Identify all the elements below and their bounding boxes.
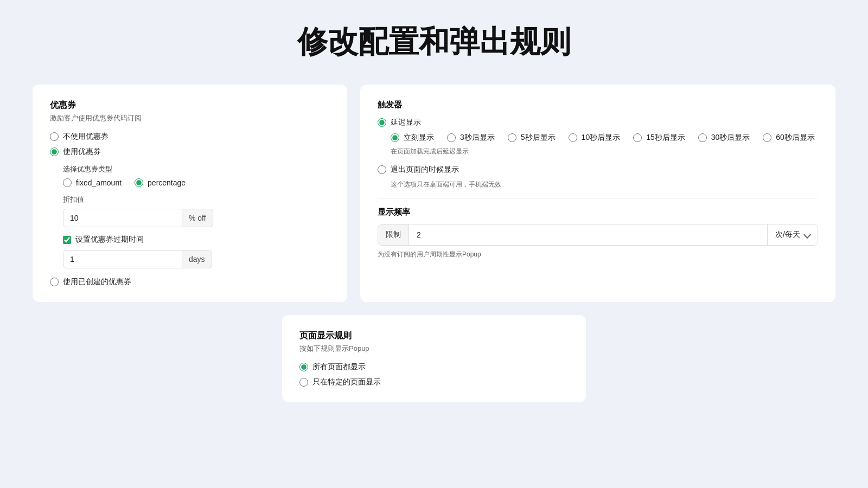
- delay-3s-label: 3秒后显示: [460, 133, 495, 143]
- discount-label: 折扣值: [63, 195, 330, 204]
- delay-15s-label: 15秒后显示: [646, 133, 685, 143]
- divider: [378, 198, 818, 198]
- delay-5s-label: 5秒后显示: [521, 133, 556, 143]
- delay-15s[interactable]: 15秒后显示: [633, 133, 685, 143]
- no-coupon-radio[interactable]: [50, 132, 59, 141]
- no-coupon-option[interactable]: 不使用优惠券: [50, 132, 330, 142]
- page-rules-options: 所有页面都显示 只在特定的页面显示: [299, 362, 569, 387]
- existing-coupon-option[interactable]: 使用已创建的优惠券: [50, 277, 330, 287]
- delay-60s[interactable]: 60秒后显示: [763, 133, 815, 143]
- delay-3s-radio[interactable]: [447, 133, 456, 142]
- expiry-suffix: days: [182, 250, 212, 268]
- delay-immediately-radio[interactable]: [391, 133, 399, 142]
- coupon-title: 优惠券: [50, 100, 330, 111]
- use-coupon-label: 使用优惠券: [63, 147, 101, 157]
- freq-suffix-select[interactable]: 次/每天: [767, 224, 818, 245]
- no-coupon-label: 不使用优惠券: [63, 132, 108, 142]
- delay-30s[interactable]: 30秒后显示: [698, 133, 750, 143]
- top-row: 优惠券 激励客户使用优惠券代码订阅 不使用优惠券 使用优惠券 选择优惠券类型: [33, 85, 835, 302]
- delay-5s-radio[interactable]: [508, 133, 516, 142]
- delay-immediately[interactable]: 立刻显示: [391, 133, 434, 143]
- specific-pages-label: 只在特定的页面显示: [312, 377, 381, 387]
- freq-suffix-label: 次/每天: [775, 230, 800, 240]
- discount-input[interactable]: [63, 209, 182, 227]
- existing-coupon-radio[interactable]: [50, 278, 59, 286]
- all-pages-radio[interactable]: [299, 363, 308, 371]
- expiry-label: 设置优惠券过期时间: [75, 235, 144, 245]
- delay-immediately-label: 立刻显示: [404, 133, 434, 143]
- page-rules-title: 页面显示规则: [299, 330, 569, 342]
- coupon-options: 不使用优惠券 使用优惠券: [50, 132, 330, 157]
- fixed-amount-label: fixed_amount: [76, 178, 122, 187]
- all-pages-option[interactable]: 所有页面都显示: [299, 362, 569, 372]
- trigger-title: 触发器: [378, 100, 818, 110]
- delay-60s-radio[interactable]: [763, 133, 771, 142]
- page-rules-card: 页面显示规则 按如下规则显示Popup 所有页面都显示 只在特定的页面显示: [282, 315, 586, 402]
- percentage-radio[interactable]: [135, 178, 143, 187]
- discount-suffix: % off: [182, 209, 213, 227]
- delay-30s-radio[interactable]: [698, 133, 707, 142]
- freq-row: 限制 次/每天: [378, 224, 818, 246]
- coupon-card: 优惠券 激励客户使用优惠券代码订阅 不使用优惠券 使用优惠券 选择优惠券类型: [33, 85, 347, 302]
- exit-option[interactable]: 退出页面的时候显示: [378, 165, 818, 175]
- delay-5s[interactable]: 5秒后显示: [508, 133, 556, 143]
- delay-hint: 在页面加载完成后延迟显示: [378, 147, 818, 156]
- fixed-amount-option[interactable]: fixed_amount: [63, 178, 122, 187]
- delay-60s-label: 60秒后显示: [776, 133, 815, 143]
- coupon-type-group: fixed_amount percentage: [63, 178, 330, 187]
- exit-radio[interactable]: [378, 165, 386, 174]
- main-content: 优惠券 激励客户使用优惠券代码订阅 不使用优惠券 使用优惠券 选择优惠券类型: [0, 85, 868, 402]
- coupon-details: 选择优惠券类型 fixed_amount percentage 折扣值 % of: [50, 164, 330, 268]
- delay-10s-label: 10秒后显示: [582, 133, 621, 143]
- delay-3s[interactable]: 3秒后显示: [447, 133, 495, 143]
- freq-input[interactable]: [409, 225, 767, 245]
- freq-title: 显示频率: [378, 207, 818, 217]
- page-rules-subtitle: 按如下规则显示Popup: [299, 344, 569, 354]
- use-coupon-radio[interactable]: [50, 147, 59, 156]
- delay-30s-label: 30秒后显示: [711, 133, 750, 143]
- exit-label: 退出页面的时候显示: [391, 165, 459, 175]
- exit-hint: 这个选项只在桌面端可用，手机端无效: [378, 180, 818, 189]
- bottom-row: 页面显示规则 按如下规则显示Popup 所有页面都显示 只在特定的页面显示: [33, 315, 835, 402]
- use-coupon-option[interactable]: 使用优惠券: [50, 147, 330, 157]
- expiry-checkbox-item[interactable]: 设置优惠券过期时间: [63, 235, 330, 245]
- delay-radio[interactable]: [378, 118, 386, 127]
- freq-label: 限制: [378, 224, 409, 245]
- percentage-label: percentage: [148, 178, 186, 187]
- chevron-down-icon: [803, 231, 811, 239]
- coupon-type-label: 选择优惠券类型: [63, 164, 330, 174]
- expiry-row: days: [63, 250, 330, 268]
- delay-10s[interactable]: 10秒后显示: [569, 133, 621, 143]
- delay-label: 延迟显示: [391, 118, 421, 127]
- existing-coupon-label: 使用已创建的优惠券: [63, 277, 131, 287]
- all-pages-label: 所有页面都显示: [312, 362, 366, 372]
- trigger-card: 触发器 延迟显示 立刻显示 3秒后显示 5秒后显示: [360, 85, 835, 302]
- delay-15s-radio[interactable]: [633, 133, 642, 142]
- delay-option[interactable]: 延迟显示: [378, 118, 818, 127]
- delay-10s-radio[interactable]: [569, 133, 577, 142]
- specific-pages-option[interactable]: 只在特定的页面显示: [299, 377, 569, 387]
- page-title: 修改配置和弹出规则: [0, 0, 868, 85]
- expiry-checkbox[interactable]: [63, 236, 71, 244]
- specific-pages-radio[interactable]: [299, 378, 308, 387]
- delay-options-grid: 立刻显示 3秒后显示 5秒后显示 10秒后显示 15秒后显示: [378, 133, 818, 143]
- freq-hint: 为没有订阅的用户周期性显示Popup: [378, 250, 818, 259]
- fixed-amount-radio[interactable]: [63, 178, 72, 187]
- percentage-option[interactable]: percentage: [135, 178, 186, 187]
- expiry-input[interactable]: [63, 250, 182, 268]
- coupon-subtitle: 激励客户使用优惠券代码订阅: [50, 113, 330, 123]
- discount-row: % off: [63, 209, 330, 227]
